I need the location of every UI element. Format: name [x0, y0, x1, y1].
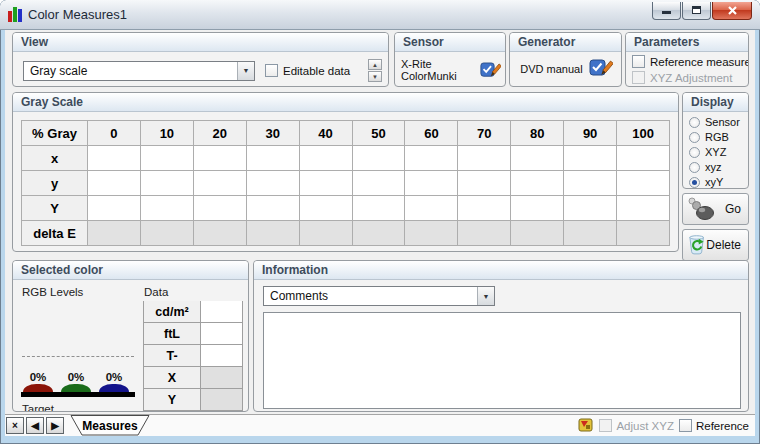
spinner-down-button[interactable]: ▼ [368, 71, 382, 82]
radio-icon[interactable] [689, 162, 700, 173]
generator-groupbox: Generator DVD manual [509, 32, 622, 87]
gray-table-cell[interactable] [511, 196, 564, 221]
gray-table-cell[interactable] [405, 171, 458, 196]
gray-table-cell[interactable] [140, 146, 193, 171]
target-label: Target [22, 403, 54, 412]
generator-edit-icon[interactable] [589, 58, 613, 79]
display-option-Sensor[interactable]: Sensor [689, 116, 742, 128]
gray-table-cell[interactable] [352, 171, 405, 196]
gray-table-row: Y [22, 196, 670, 221]
gray-table-cell[interactable] [246, 171, 299, 196]
rgb-bar-mound [23, 384, 53, 392]
gray-table-cell[interactable] [193, 171, 246, 196]
delete-button[interactable]: Delete [682, 229, 749, 261]
gray-table-cell[interactable] [617, 196, 670, 221]
data-row: Y [143, 388, 243, 411]
rgb-bars: 0%0%0% [23, 371, 129, 392]
gray-table-cell[interactable] [458, 171, 511, 196]
gray-table-cell[interactable] [299, 196, 352, 221]
gray-table-cell[interactable] [564, 221, 617, 246]
rgb-bar-red: 0% [23, 371, 53, 392]
view-groupbox-title: View [13, 33, 388, 52]
gray-table-cell[interactable] [617, 146, 670, 171]
reference-checkbox[interactable] [679, 419, 692, 432]
comments-textarea[interactable] [263, 312, 741, 409]
blue-bar-icon [18, 9, 22, 22]
gray-table-cell[interactable] [405, 196, 458, 221]
gray-table-cell[interactable] [246, 221, 299, 246]
gray-table-cell[interactable] [88, 221, 141, 246]
prev-page-button[interactable]: ◀ [26, 417, 44, 434]
parameter-option-label: XYZ Adjustment [650, 72, 732, 84]
gray-table-cell[interactable] [299, 171, 352, 196]
gray-table-cell[interactable] [140, 221, 193, 246]
gray-table-cell[interactable] [299, 221, 352, 246]
adjust-xyz-checkbox[interactable] [599, 419, 612, 432]
gray-table-cell[interactable] [511, 171, 564, 196]
spinner-up-button[interactable]: ▲ [368, 59, 382, 70]
gray-table-cell[interactable] [352, 146, 405, 171]
gray-table-column-header: 60 [405, 121, 458, 146]
gray-table-cell[interactable] [617, 221, 670, 246]
gray-table-cell[interactable] [564, 171, 617, 196]
green-bar-icon [13, 7, 17, 22]
gray-table-cell[interactable] [140, 171, 193, 196]
gray-table-cell[interactable] [617, 171, 670, 196]
reference-measure-checkbox[interactable] [632, 55, 645, 68]
gray-table-cell[interactable] [88, 171, 141, 196]
gray-table-cell[interactable] [193, 146, 246, 171]
gray-table-cell[interactable] [511, 221, 564, 246]
gray-table-cell[interactable] [564, 196, 617, 221]
view-dropdown-arrow-icon[interactable]: ▼ [237, 62, 254, 80]
gray-table-cell[interactable] [405, 221, 458, 246]
parameters-groupbox-title: Parameters [626, 33, 748, 52]
gray-table-cell[interactable] [352, 221, 405, 246]
gray-table-cell[interactable] [193, 221, 246, 246]
gray-table-cell[interactable] [299, 146, 352, 171]
xyz-adjustment-checkbox[interactable] [632, 71, 645, 84]
radio-icon[interactable] [689, 117, 700, 128]
display-options: SensorRGBXYZxyzxyY [683, 112, 748, 189]
sensor-edit-icon[interactable] [480, 60, 501, 81]
data-label: Data [144, 286, 168, 298]
next-page-button[interactable]: ▶ [46, 417, 64, 434]
gray-table-cell[interactable] [458, 221, 511, 246]
close-button[interactable] [712, 2, 752, 20]
data-row: cd/m² [143, 301, 243, 323]
information-dropdown[interactable]: Comments ▼ [263, 286, 495, 306]
gray-table-cell[interactable] [140, 196, 193, 221]
go-button[interactable]: Go [682, 193, 749, 225]
radio-icon[interactable] [689, 147, 700, 158]
restore-button[interactable] [682, 2, 711, 20]
gray-table-cell[interactable] [564, 146, 617, 171]
gray-table-cell[interactable] [352, 196, 405, 221]
display-option-XYZ[interactable]: XYZ [689, 146, 742, 158]
data-row-label: T- [143, 344, 201, 367]
gray-table-cell[interactable] [246, 146, 299, 171]
editable-data-checkbox[interactable] [265, 64, 278, 77]
color-adjust-icon [578, 418, 594, 433]
display-option-xyY[interactable]: xyY [689, 176, 742, 188]
window-controls [652, 2, 752, 20]
information-dropdown-arrow-icon[interactable]: ▼ [477, 287, 494, 305]
gray-table-cell[interactable] [458, 196, 511, 221]
gray-table-cell[interactable] [88, 196, 141, 221]
radio-icon[interactable] [689, 132, 700, 143]
display-option-RGB[interactable]: RGB [689, 131, 742, 143]
display-option-xyz[interactable]: xyz [689, 161, 742, 173]
gray-table-cell[interactable] [193, 196, 246, 221]
gray-table-cell[interactable] [458, 146, 511, 171]
gray-table-cell[interactable] [405, 146, 458, 171]
gray-table-cell[interactable] [88, 146, 141, 171]
rgb-bar-mound [99, 384, 129, 392]
parameter-option: XYZ Adjustment [632, 71, 742, 84]
gray-table-cell[interactable] [246, 196, 299, 221]
minimize-button[interactable] [652, 2, 681, 20]
radio-icon[interactable] [689, 177, 700, 188]
view-dropdown[interactable]: Gray scale ▼ [23, 61, 255, 81]
gray-table-column-header: 80 [511, 121, 564, 146]
measures-tab[interactable]: Measures [70, 415, 150, 436]
close-page-button[interactable]: × [6, 417, 24, 434]
parameters-options: Reference measureXYZ Adjustment [626, 52, 748, 87]
gray-table-cell[interactable] [511, 146, 564, 171]
